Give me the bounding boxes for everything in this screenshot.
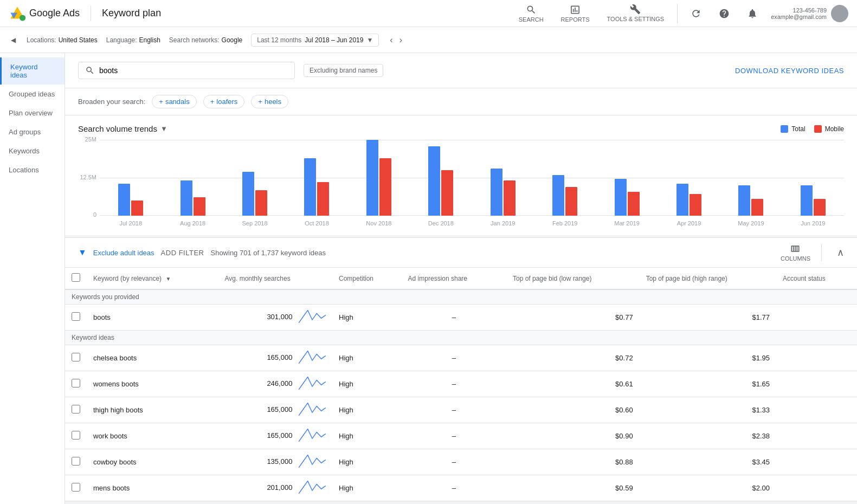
search-nav-button[interactable]: SEARCH (514, 2, 548, 25)
bid-low-cell: $0.90 (506, 423, 640, 449)
bid-low-cell: $0.61 (506, 371, 640, 397)
impression-cell: – (402, 345, 506, 371)
bar-group[interactable] (224, 172, 286, 216)
reports-nav-button[interactable]: REPORTS (557, 2, 594, 25)
avg-searches-cell: 301,000 (218, 305, 332, 331)
date-range-selector[interactable]: Last 12 months Jul 2018 – Jun 2019 ▼ (251, 34, 379, 47)
bar-group[interactable] (782, 185, 844, 216)
sparkline-svg (299, 455, 326, 468)
exclude-adult-ideas-button[interactable]: Exclude adult ideas (93, 249, 154, 257)
bar-total (242, 172, 254, 216)
collapse-chart-button[interactable]: ∧ (837, 247, 844, 259)
bar-total (366, 140, 378, 216)
legend-mobile-color (814, 125, 822, 133)
user-avatar[interactable] (831, 5, 848, 22)
sidebar-item-ad-groups[interactable]: Ad groups (0, 122, 65, 141)
plus-icon: + (159, 98, 163, 106)
columns-button[interactable]: COLUMNS (781, 243, 810, 262)
competition-cell: High (332, 397, 402, 423)
tools-nav-button[interactable]: TOOLS & SETTINGS (603, 2, 669, 25)
bar-mobile (194, 197, 205, 216)
broaden-chip-loafers[interactable]: + loafers (203, 95, 245, 108)
date-next-button[interactable]: › (397, 34, 404, 46)
sidebar-item-keyword-ideas[interactable]: Keyword ideas (0, 57, 65, 85)
sidebar-item-keywords-label: Keywords (9, 147, 40, 155)
row-checkbox[interactable] (72, 312, 80, 321)
add-filter-button[interactable]: ADD FILTER (161, 249, 204, 257)
keyword-cell: womens boots (87, 371, 218, 397)
sidebar-item-plan-overview-label: Plan overview (9, 109, 53, 117)
table-body: Keywords you providedboots301,000 High–$… (65, 289, 857, 501)
sparkline (299, 403, 326, 417)
columns-label: COLUMNS (781, 255, 810, 262)
bar-group[interactable] (658, 184, 720, 216)
avg-searches-cell: 201,000 (218, 475, 332, 501)
sidebar-item-locations[interactable]: Locations (0, 160, 65, 179)
sparkline-svg (299, 377, 326, 390)
sparkline (299, 377, 326, 391)
row-checkbox[interactable] (72, 483, 80, 492)
filter-bar: ◀ Locations: United States Language: Eng… (0, 27, 857, 53)
table-row: boots301,000 High–$0.77$1.77 (65, 305, 857, 331)
row-checkbox[interactable] (72, 379, 80, 387)
keyword-cell: thigh high boots (87, 397, 218, 423)
bid-low-cell: $0.88 (506, 449, 640, 475)
plus-icon: + (210, 98, 215, 106)
select-all-checkbox[interactable] (72, 273, 80, 282)
table-row: mens boots201,000 High–$0.59$2.00 (65, 475, 857, 501)
ad-impression-label: Ad impression share (408, 275, 467, 282)
bar-group[interactable] (534, 175, 596, 216)
tools-nav-label: TOOLS & SETTINGS (607, 16, 665, 23)
account-status-header: Account status (776, 268, 857, 289)
chart-title-row[interactable]: Search volume trends ▼ (78, 124, 167, 133)
keyword-header[interactable]: Keyword (by relevance) ▼ (87, 268, 218, 289)
bar-group[interactable] (410, 146, 472, 216)
legend-total: Total (781, 125, 805, 133)
table-row: chelsea boots165,000 High–$0.72$1.95 (65, 345, 857, 371)
sidebar-item-plan-overview[interactable]: Plan overview (0, 104, 65, 122)
bar-mobile (504, 180, 516, 216)
bid-high-header: Top of page bid (high range) (640, 268, 776, 289)
download-keyword-ideas-button[interactable]: DOWNLOAD KEYWORD IDEAS (735, 67, 844, 75)
row-checkbox[interactable] (72, 405, 80, 413)
sidebar-item-keywords[interactable]: Keywords (0, 141, 65, 160)
bid-high-label: Top of page bid (high range) (646, 275, 727, 282)
bar-total (801, 185, 813, 216)
bar-group[interactable] (348, 140, 410, 216)
date-prev-button[interactable]: ‹ (388, 34, 395, 46)
row-checkbox[interactable] (72, 431, 80, 440)
sparkline-svg (299, 351, 326, 364)
broaden-chip-sandals[interactable]: + sandals (152, 95, 196, 108)
bar-month-label: Apr 2019 (658, 220, 720, 227)
legend-mobile: Mobile (814, 125, 844, 133)
sidebar-item-grouped-ideas[interactable]: Grouped ideas (0, 85, 65, 104)
bar-group[interactable] (162, 180, 223, 216)
row-checkbox[interactable] (72, 353, 80, 361)
excluding-brand-names-badge[interactable]: Excluding brand names (304, 64, 383, 77)
grid-label: 25M (76, 136, 96, 143)
bar-total (304, 158, 316, 216)
bar-group[interactable] (596, 179, 658, 216)
legend-mobile-label: Mobile (825, 125, 844, 133)
competition-cell: High (332, 423, 402, 449)
sidebar-toggle-button[interactable]: ◀ (9, 34, 18, 46)
bar-group[interactable] (100, 184, 162, 216)
bar-group[interactable] (720, 185, 782, 216)
locations-value: United States (59, 36, 98, 44)
select-all-header[interactable] (65, 268, 87, 289)
refresh-button[interactable] (686, 6, 706, 21)
help-button[interactable] (714, 6, 734, 21)
impression-cell: – (402, 475, 506, 501)
notifications-button[interactable] (743, 6, 762, 21)
bar-mobile (379, 158, 391, 216)
keyword-search-box[interactable] (78, 62, 295, 79)
language-filter: Language: English (106, 36, 160, 44)
reports-nav-label: REPORTS (561, 16, 590, 23)
search-input[interactable] (99, 66, 288, 75)
row-checkbox[interactable] (72, 457, 80, 466)
account-status-label: Account status (783, 275, 826, 282)
impression-cell: – (402, 449, 506, 475)
bar-group[interactable] (472, 169, 534, 216)
bar-group[interactable] (286, 158, 347, 216)
broaden-chip-heels[interactable]: + heels (251, 95, 288, 108)
